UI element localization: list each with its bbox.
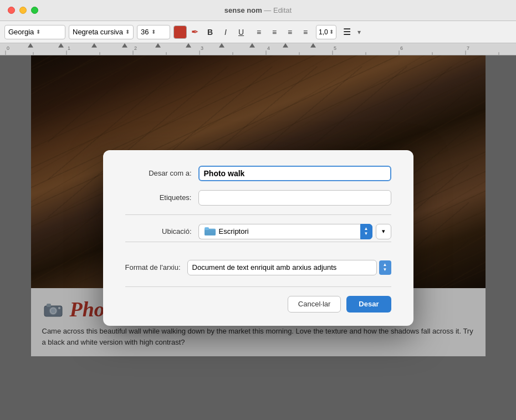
location-text-box[interactable]: Escriptori — [198, 224, 360, 239]
format-selector[interactable]: Document de text enriquit amb arxius adj… — [187, 260, 377, 275]
svg-text:4: 4 — [267, 46, 270, 52]
chevron-down-icon: ▾ — [382, 228, 385, 235]
font-family-chevrons: ⬍ — [36, 29, 40, 35]
italic-button[interactable]: I — [218, 25, 233, 39]
stepper-up-arrow: ▲ — [364, 227, 369, 231]
modal-footer: Cancel·lar Desar — [125, 286, 391, 313]
format-selector-wrapper: Document de text enriquit amb arxius adj… — [187, 260, 391, 275]
list-expand-chevron[interactable]: ▾ — [357, 28, 361, 36]
svg-text:5: 5 — [334, 46, 336, 52]
align-center-button[interactable]: ≡ — [267, 25, 282, 39]
align-right-button[interactable]: ≡ — [283, 25, 297, 39]
line-spacing-chevrons: ⬍ — [329, 29, 334, 35]
filename-row: Desar com a: — [125, 166, 391, 181]
font-style-label: Negreta cursiva — [73, 28, 123, 36]
format-label: Format de l'arxiu: — [125, 263, 181, 272]
tags-row: Etiquetes: — [125, 190, 391, 206]
modal-divider-1 — [125, 214, 391, 215]
format-stepper-up: ▲ — [383, 263, 387, 267]
toolbar: Georgia ⬍ Negreta cursiva ⬍ 36 ⬍ ✒ B I U… — [0, 21, 516, 43]
align-justify-button[interactable]: ≡ — [298, 25, 313, 39]
ruler-svg: 0 1 2 3 4 5 6 7 — [0, 43, 516, 55]
ruler: 0 1 2 3 4 5 6 7 — [0, 43, 516, 55]
modal-overlay: Desar com a: Etiquetes: Ubicació: — [0, 55, 516, 420]
svg-text:6: 6 — [400, 46, 403, 52]
svg-rect-0 — [0, 43, 516, 55]
svg-text:2: 2 — [134, 46, 137, 52]
close-button[interactable] — [8, 7, 15, 14]
tags-input[interactable] — [198, 190, 391, 206]
window-title: sense nom — Editat — [224, 6, 292, 14]
text-format-buttons: B I U — [203, 25, 248, 39]
save-dialog: Desar com a: Etiquetes: Ubicació: — [103, 150, 413, 326]
traffic-lights — [0, 7, 38, 14]
bold-button[interactable]: B — [203, 25, 217, 39]
line-spacing-selector[interactable]: 1,0 ⬍ — [316, 25, 336, 39]
align-buttons: ≡ ≡ ≡ ≡ — [252, 25, 313, 39]
location-expand-button[interactable]: ▾ — [376, 224, 391, 239]
format-stepper[interactable]: ▲ ▼ — [379, 260, 391, 275]
svg-rect-41 — [205, 230, 216, 235]
location-stepper[interactable]: ▲ ▼ — [360, 224, 372, 239]
text-color-swatch[interactable] — [173, 25, 187, 39]
stepper-down-arrow: ▼ — [364, 232, 369, 236]
eyedropper-button[interactable]: ✒ — [190, 27, 200, 37]
modal-divider-2 — [125, 242, 391, 242]
font-size-selector[interactable]: 36 ⬍ — [137, 25, 170, 39]
location-wrapper: Escriptori ▲ ▼ ▾ — [198, 224, 391, 239]
location-input-group: Escriptori ▲ ▼ — [198, 224, 372, 239]
save-button[interactable]: Desar — [346, 296, 391, 313]
svg-text:3: 3 — [201, 46, 203, 52]
location-label: Ubicació: — [125, 227, 192, 235]
location-value: Escriptori — [219, 227, 249, 235]
font-style-chevrons: ⬍ — [125, 29, 130, 35]
svg-text:7: 7 — [467, 46, 469, 52]
title-bar: sense nom — Editat — [0, 0, 516, 21]
align-left-button[interactable]: ≡ — [252, 25, 266, 39]
tags-label: Etiquetes: — [125, 193, 192, 202]
svg-text:0: 0 — [7, 46, 9, 52]
main-content: Photo walk Came across this beautiful wa… — [0, 55, 516, 420]
font-size-chevrons: ⬍ — [151, 29, 156, 35]
location-row: Ubicació: Escriptori — [125, 224, 391, 239]
svg-text:1: 1 — [68, 46, 70, 52]
list-button[interactable]: ☰ — [340, 25, 354, 39]
folder-icon — [205, 227, 216, 236]
filename-label: Desar com a: — [125, 169, 192, 177]
title-edited: — Editat — [264, 6, 292, 14]
maximize-button[interactable] — [31, 7, 38, 14]
underline-button[interactable]: U — [234, 25, 248, 39]
minimize-button[interactable] — [19, 7, 27, 14]
format-row: Format de l'arxiu: Document de text enri… — [125, 251, 391, 275]
svg-rect-42 — [205, 227, 209, 230]
title-text: sense nom — [224, 6, 262, 14]
cancel-button[interactable]: Cancel·lar — [288, 296, 341, 313]
filename-input[interactable] — [198, 166, 391, 181]
font-size-label: 36 — [141, 28, 149, 36]
line-spacing-label: 1,0 — [319, 28, 328, 36]
font-family-label: Georgia — [8, 28, 34, 36]
font-style-selector[interactable]: Negreta cursiva ⬍ — [69, 25, 134, 39]
format-stepper-down: ▼ — [383, 268, 387, 272]
format-value: Document de text enriquit amb arxius adj… — [192, 263, 337, 272]
font-family-selector[interactable]: Georgia ⬍ — [4, 25, 65, 39]
